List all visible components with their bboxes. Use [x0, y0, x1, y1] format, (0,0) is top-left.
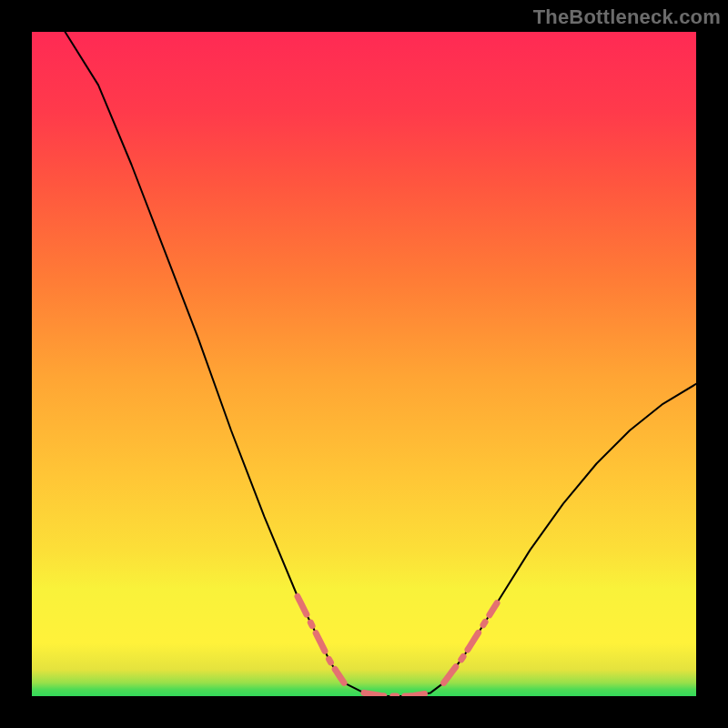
chart-container: TheBottleneck.com — [0, 0, 728, 728]
dash-segment-right — [444, 603, 497, 683]
curve-svg — [32, 32, 696, 696]
bottleneck-curve — [66, 32, 697, 696]
dash-segment-bottom — [364, 693, 430, 696]
watermark-text: TheBottleneck.com — [533, 5, 721, 29]
dash-segment-left — [298, 597, 344, 683]
plot-area — [32, 32, 696, 696]
